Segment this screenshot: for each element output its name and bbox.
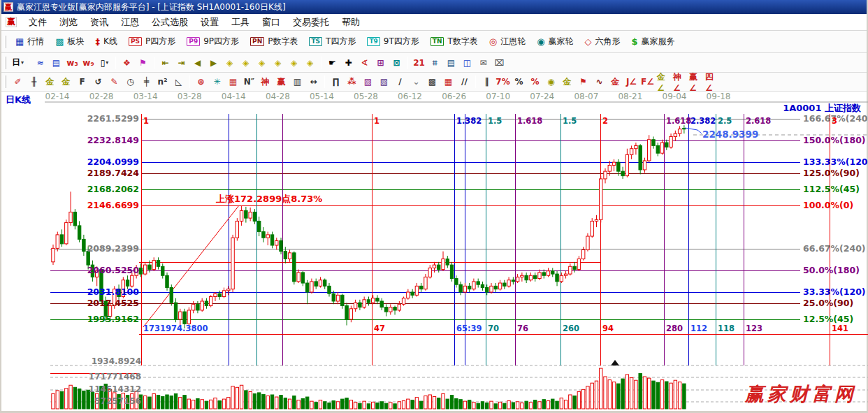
gold-angle-icon[interactable]: 金∠ <box>656 75 671 89</box>
gold-comb-icon[interactable]: 金 <box>43 75 57 89</box>
zoom-diamond-4-icon[interactable]: ◈ <box>270 55 285 70</box>
menu-item-9[interactable]: 帮助 <box>335 15 366 30</box>
purple-grid-icon[interactable]: ▨ <box>361 75 375 89</box>
volume-tool-icon[interactable]: ‖ <box>479 75 494 89</box>
gold-comb2-icon[interactable]: 金 <box>59 75 73 89</box>
notes-icon[interactable]: ▤ <box>444 55 458 70</box>
drag-hand-icon[interactable]: ☛ <box>325 55 340 70</box>
win-angle-icon[interactable]: 赢∠ <box>688 75 703 89</box>
win-icon[interactable]: 赢 <box>274 75 289 89</box>
t-number-button[interactable]: TNT数字表 <box>425 33 484 51</box>
dark-grid-icon[interactable]: ▧ <box>377 75 391 89</box>
menu-item-8[interactable]: 交易委托 <box>287 15 335 30</box>
menu-item-2[interactable]: 资讯 <box>84 15 115 30</box>
angle-measure-icon[interactable]: ∢ <box>357 55 372 70</box>
f-angle-icon[interactable]: F∠ <box>640 75 655 89</box>
zoom-diamond-5-icon[interactable]: ◈ <box>287 55 301 70</box>
slant-lines-icon[interactable]: ∕∕ <box>457 75 472 89</box>
next-page-icon[interactable]: ▶ <box>206 55 221 70</box>
gold-line-icon[interactable]: 金 <box>560 75 574 89</box>
menu-item-1[interactable]: 浏览 <box>53 15 84 30</box>
n-square-icon[interactable]: n² <box>155 75 170 89</box>
winner-wheel-button[interactable]: ◉赢家轮 <box>531 33 579 51</box>
angle-ruler-icon[interactable]: ◺ <box>171 75 186 89</box>
p-square-button[interactable]: PSP四方形 <box>123 33 181 51</box>
toolbar-grip[interactable] <box>4 36 6 48</box>
prev-page-icon[interactable]: ◀ <box>190 55 205 70</box>
menu-item-7[interactable]: 窗口 <box>256 15 287 30</box>
brush-icon[interactable]: ✐ <box>10 75 25 89</box>
rays-icon[interactable]: ⁂ <box>345 75 359 89</box>
wave9-icon[interactable]: w₉ <box>81 55 96 70</box>
p9-square-button[interactable]: P99P四方形 <box>181 33 245 51</box>
first-page-icon[interactable]: ⇤ <box>158 55 173 70</box>
color-flag-icon[interactable]: ⚑ <box>136 55 150 70</box>
gann-box-teal-icon[interactable]: ⊠ <box>389 55 404 70</box>
calendar-icon[interactable]: 21 <box>412 55 426 70</box>
p-number-button[interactable]: PNP数字表 <box>245 33 303 51</box>
wave3-icon[interactable]: w₃ <box>65 55 80 70</box>
info-panel-icon[interactable]: ▤ <box>49 55 64 70</box>
menu-item-4[interactable]: 公式选股 <box>145 15 194 30</box>
gann-box-purple-icon[interactable]: ⊞ <box>373 55 388 70</box>
crosshair-icon[interactable]: ✚ <box>341 55 356 70</box>
volume-bar <box>336 402 339 409</box>
pen-line-icon[interactable]: ∕ <box>393 75 407 89</box>
width-arrows-icon[interactable]: ↔ <box>306 75 321 89</box>
a-wave-icon[interactable]: ∿ <box>592 75 607 89</box>
percent-icon[interactable]: % <box>512 75 526 89</box>
stock-mark-icon[interactable]: ❖ <box>120 55 134 70</box>
gold-circle-icon[interactable]: ◉ <box>544 75 558 89</box>
flag2-icon[interactable]: ⚑ <box>576 75 591 89</box>
mail-icon[interactable]: ✉ <box>476 55 491 70</box>
toolbar-grip[interactable] <box>4 57 6 69</box>
frame-icon[interactable]: ∏ <box>328 75 343 89</box>
zoom-diamond-3-icon[interactable]: ◈ <box>254 55 269 70</box>
toolbar-grip[interactable] <box>4 75 6 88</box>
f-comb-icon[interactable]: F <box>75 75 89 89</box>
j-angle-icon[interactable]: J∠ <box>624 75 639 89</box>
target-icon[interactable]: ⊕ <box>194 75 208 89</box>
grid-123-icon[interactable]: ▥ <box>290 75 305 89</box>
clock-circle-icon[interactable]: ◷ <box>123 75 138 89</box>
t-square-button[interactable]: TST四方形 <box>303 33 361 51</box>
save-icon[interactable]: ◫ <box>460 55 475 70</box>
zoom-diamond-6-icon[interactable]: ◈ <box>303 55 317 70</box>
red-pen-icon[interactable]: ✎ <box>107 75 122 89</box>
quote-button[interactable]: ▦行情 <box>10 33 50 51</box>
wave-pattern-icon[interactable]: ≈ <box>33 55 48 70</box>
menu-item-0[interactable]: 文件 <box>22 15 53 30</box>
percent7-icon[interactable]: 7% <box>496 75 510 89</box>
dense-grid-icon[interactable]: ▩ <box>425 75 440 89</box>
v-dotted-icon[interactable]: ⌄ <box>409 75 424 89</box>
menu-item-5[interactable]: 设置 <box>194 15 225 30</box>
candle-style-icon[interactable]: ▯▾ <box>97 55 112 70</box>
red-grid-icon[interactable]: ▦ <box>441 75 456 89</box>
menu-item-3[interactable]: 江恩 <box>115 15 145 30</box>
menu-item-6[interactable]: 工具 <box>225 15 256 30</box>
toolbar-separator <box>475 75 476 88</box>
computer-icon[interactable]: ⌧ <box>492 55 507 70</box>
calculator-icon[interactable]: ⌗ <box>428 55 442 70</box>
period-select-icon[interactable]: 日▾ <box>10 55 25 70</box>
zoom-diamond-1-icon[interactable]: ◈ <box>222 55 237 70</box>
grid-target-icon[interactable]: ▦ <box>226 75 240 89</box>
si-angle-icon[interactable]: 四∠ <box>704 75 719 89</box>
spiral-icon[interactable]: ↺ <box>91 75 106 89</box>
m-marks-icon[interactable]: Ν″ <box>242 75 256 89</box>
comb2-icon[interactable]: ╪ <box>139 75 154 89</box>
hexagon-button[interactable]: ◇六角形 <box>579 33 625 51</box>
shen-icon[interactable]: 神 <box>258 75 273 89</box>
percent-line-icon[interactable]: % <box>528 75 542 89</box>
last-page-icon[interactable]: ⇥ <box>174 55 189 70</box>
shen-angle-icon[interactable]: 神∠ <box>672 75 687 89</box>
gann-wheel-button[interactable]: ◎江恩轮 <box>484 33 531 51</box>
ruler-comb-icon[interactable]: ╫ <box>27 75 41 89</box>
kline-button[interactable]: ‡K线 <box>90 33 123 51</box>
zoom-diamond-2-icon[interactable]: ◈ <box>238 55 253 70</box>
t9-square-button[interactable]: T99T四方形 <box>361 33 424 51</box>
sector-button[interactable]: ▩板块 <box>50 33 89 51</box>
snowflake-icon[interactable]: ✳ <box>210 75 224 89</box>
gold-red-icon[interactable]: 金 <box>608 75 623 89</box>
winner-service-button[interactable]: $赢家服务 <box>625 33 680 51</box>
